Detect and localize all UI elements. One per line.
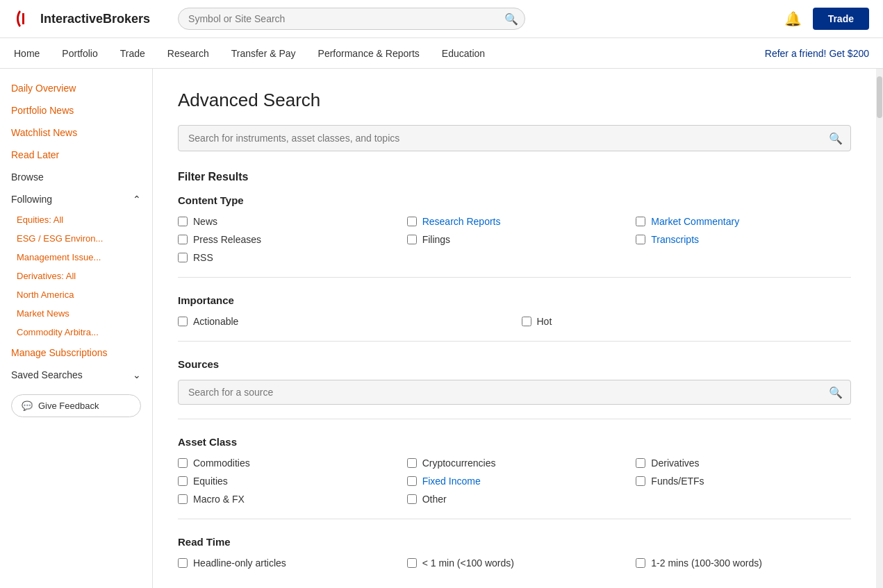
checkbox-market-commentary-label: Market Commentary	[651, 216, 739, 227]
sources-search-input[interactable]	[178, 380, 851, 405]
sidebar-sub-esg[interactable]: ESG / ESG Environ...	[0, 229, 152, 248]
checkbox-cryptocurrencies-input[interactable]	[407, 458, 417, 468]
sidebar-item-saved-searches[interactable]: Saved Searches ⌄	[0, 364, 152, 386]
sidebar-sub-north-america[interactable]: North America	[0, 285, 152, 304]
checkbox-actionable-input[interactable]	[178, 317, 188, 326]
checkbox-funds-etfs-input[interactable]	[636, 476, 645, 486]
checkbox-other: Other	[407, 494, 622, 505]
checkbox-equities-label: Equities	[193, 476, 228, 487]
asset-class-section: Asset Class Commodities Cryptocurrencies…	[178, 436, 851, 519]
global-search[interactable]: 🔍	[178, 8, 525, 30]
checkbox-transcripts-input[interactable]	[636, 235, 645, 244]
checkbox-research-reports-input[interactable]	[407, 217, 417, 226]
asset-class-checkboxes: Commodities Cryptocurrencies Derivatives…	[178, 457, 851, 505]
scrollbar-thumb[interactable]	[877, 76, 882, 118]
sidebar-sub-commodity[interactable]: Commodity Arbitra...	[0, 323, 152, 342]
checkbox-rss-input[interactable]	[178, 253, 188, 262]
sidebar-item-daily-overview[interactable]: Daily Overview	[0, 77, 152, 99]
sidebar-item-portfolio-news[interactable]: Portfolio News	[0, 99, 152, 121]
checkbox-funds-etfs-label: Funds/ETFs	[651, 476, 704, 487]
scrollbar-track[interactable]	[876, 69, 883, 588]
checkbox-lt1min-label: < 1 min (<100 words)	[422, 557, 514, 569]
sidebar-sub-equities-all[interactable]: Equities: All	[0, 210, 152, 229]
nav-item-trade[interactable]: Trade	[109, 38, 156, 69]
checkbox-fixed-income: Fixed Income	[407, 476, 622, 487]
give-feedback-button[interactable]: 💬 Give Feedback	[11, 394, 141, 417]
adv-search-icon: 🔍	[829, 132, 843, 145]
page-title: Advanced Search	[178, 90, 851, 111]
sidebar-item-read-later[interactable]: Read Later	[0, 144, 152, 166]
nav-item-portfolio[interactable]: Portfolio	[51, 38, 108, 69]
checkbox-press-releases-input[interactable]	[178, 235, 188, 244]
nav-item-education[interactable]: Education	[431, 38, 496, 69]
layout: Daily Overview Portfolio News Watchlist …	[0, 69, 883, 588]
header-actions: 🔔 Trade	[784, 8, 869, 30]
checkbox-commodities-label: Commodities	[193, 457, 250, 469]
advanced-search-input[interactable]	[178, 125, 851, 151]
checkbox-hot-input[interactable]	[522, 317, 531, 326]
checkbox-news-input[interactable]	[178, 217, 188, 226]
sidebar-sub-derivatives[interactable]: Derivatives: All	[0, 267, 152, 285]
nav-item-performance[interactable]: Performance & Reports	[307, 38, 431, 69]
search-icon: 🔍	[504, 12, 518, 26]
checkbox-filings-input[interactable]	[407, 235, 417, 244]
sources-search[interactable]: 🔍	[178, 380, 851, 405]
sidebar-item-manage-subscriptions[interactable]: Manage Subscriptions	[0, 342, 152, 364]
sidebar-item-following[interactable]: Following ⌃	[0, 188, 152, 210]
nav-item-research[interactable]: Research	[156, 38, 220, 69]
checkbox-market-commentary-input[interactable]	[636, 217, 645, 226]
content-type-section: Content Type News Research Reports Marke…	[178, 194, 851, 278]
checkbox-commodities-input[interactable]	[178, 458, 188, 468]
content-type-title: Content Type	[178, 194, 851, 206]
sidebar-item-browse[interactable]: Browse	[0, 166, 152, 188]
checkbox-headline-only: Headline-only articles	[178, 557, 393, 569]
global-search-input[interactable]	[178, 8, 525, 30]
sidebar-sub-management[interactable]: Management Issue...	[0, 248, 152, 267]
sources-search-icon: 🔍	[829, 386, 843, 399]
checkbox-derivatives-label: Derivatives	[651, 457, 699, 469]
checkbox-1-2mins: 1-2 mins (100-300 words)	[636, 557, 851, 569]
logo-text: InteractiveBrokers	[40, 12, 150, 26]
checkbox-research-reports: Research Reports	[407, 216, 622, 227]
trade-button[interactable]: Trade	[813, 8, 869, 30]
sidebar-sub-market-news[interactable]: Market News	[0, 304, 152, 323]
checkbox-transcripts: Transcripts	[636, 234, 851, 245]
checkbox-fixed-income-label: Fixed Income	[422, 476, 481, 487]
checkbox-equities-input[interactable]	[178, 476, 188, 486]
refer-link[interactable]: Refer a friend! Get $200	[765, 48, 869, 59]
checkbox-news-label: News	[193, 216, 217, 227]
checkbox-lt1min-input[interactable]	[407, 558, 417, 568]
content-type-checkboxes: News Research Reports Market Commentary …	[178, 216, 851, 263]
nav-item-transfer[interactable]: Transfer & Pay	[220, 38, 307, 69]
checkbox-hot-label: Hot	[537, 316, 552, 327]
sidebar-item-watchlist-news[interactable]: Watchlist News	[0, 121, 152, 144]
chevron-down-icon: ⌄	[133, 369, 141, 380]
nav-item-home[interactable]: Home	[14, 38, 51, 69]
checkbox-press-releases-label: Press Releases	[193, 234, 261, 245]
notification-bell-icon[interactable]: 🔔	[784, 10, 802, 27]
read-time-title: Read Time	[178, 536, 851, 548]
asset-class-title: Asset Class	[178, 436, 851, 448]
read-time-checkboxes: Headline-only articles < 1 min (<100 wor…	[178, 557, 851, 569]
checkbox-transcripts-label: Transcripts	[651, 234, 699, 245]
checkbox-1-2mins-input[interactable]	[636, 558, 645, 568]
advanced-search-bar[interactable]: 🔍	[178, 125, 851, 151]
sources-section: Sources 🔍	[178, 358, 851, 419]
checkbox-research-reports-label: Research Reports	[422, 216, 501, 227]
sidebar: Daily Overview Portfolio News Watchlist …	[0, 69, 153, 588]
sources-title: Sources	[178, 358, 851, 370]
logo[interactable]: InteractiveBrokers	[14, 8, 150, 30]
importance-checkboxes: Actionable Hot	[178, 316, 851, 327]
checkbox-fixed-income-input[interactable]	[407, 476, 417, 486]
checkbox-derivatives-input[interactable]	[636, 458, 645, 468]
checkbox-headline-only-input[interactable]	[178, 558, 188, 568]
checkbox-filings: Filings	[407, 234, 622, 245]
checkbox-other-input[interactable]	[407, 494, 417, 504]
chevron-up-icon: ⌃	[133, 194, 141, 205]
importance-section: Importance Actionable Hot	[178, 294, 851, 342]
checkbox-hot: Hot	[522, 316, 852, 327]
checkbox-macro-fx: Macro & FX	[178, 494, 393, 505]
checkbox-equities: Equities	[178, 476, 393, 487]
checkbox-macro-fx-input[interactable]	[178, 494, 188, 504]
checkbox-rss: RSS	[178, 252, 393, 263]
